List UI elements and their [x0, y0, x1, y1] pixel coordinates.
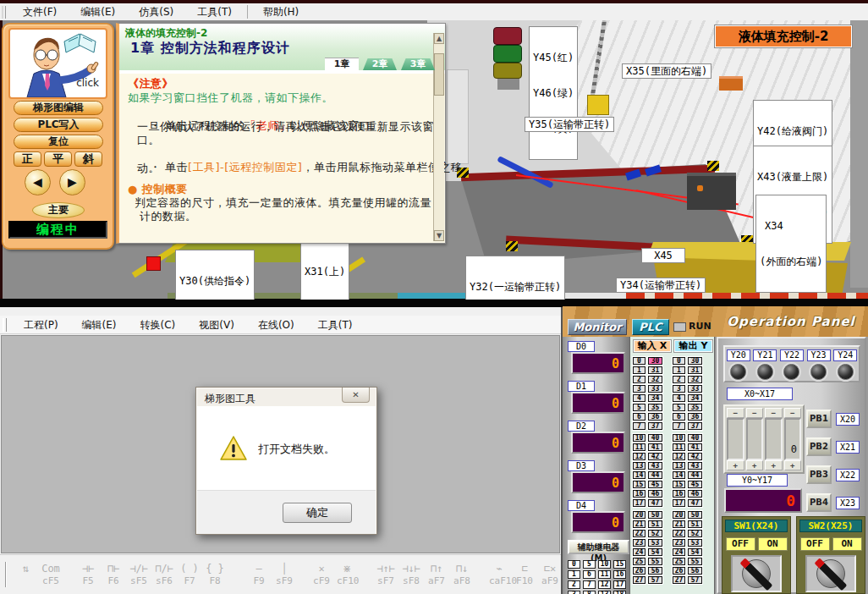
m-relay-cell[interactable]: 7 — [583, 580, 596, 589]
scroll-down-icon[interactable]: ▼ — [434, 230, 444, 241]
m-relay-cell[interactable]: 5 — [583, 560, 596, 569]
ladder-edit-button[interactable]: 梯形图编辑 — [14, 101, 103, 115]
ladder-menu-item[interactable]: 工具(T) — [306, 316, 365, 333]
next-button[interactable]: ▶ — [59, 169, 85, 195]
dsw-plus-button[interactable]: + — [746, 460, 764, 470]
ladder-tool-button[interactable]: ✕cF9 — [311, 563, 332, 586]
ladder-menubar-grip[interactable] — [3, 318, 7, 332]
ladder-tool-button[interactable]: ⌁caF10 — [489, 563, 509, 586]
push-button[interactable]: PB4 — [806, 493, 832, 512]
tab-chapter2[interactable]: 2章 — [363, 58, 397, 70]
output-column-header: 输出 Y — [674, 340, 712, 352]
menubar-item[interactable]: 仿真(S) — [127, 3, 185, 20]
push-button[interactable]: PB3 — [806, 465, 832, 484]
reset-button[interactable]: 复位 — [14, 135, 103, 149]
menubar-item[interactable]: 帮助(H) — [251, 3, 310, 20]
ladder-tool-button[interactable]: ⊣↑⊢sF7 — [376, 563, 396, 586]
menubar-item[interactable]: 编辑(E) — [69, 3, 127, 20]
push-button[interactable]: PB2 — [806, 437, 832, 456]
ladder-tool-button[interactable]: ⊣⊢F5 — [78, 563, 98, 586]
m-relay-cell[interactable]: 15 — [613, 560, 626, 569]
toolbar-grip[interactable] — [5, 562, 7, 587]
ladder-tool-button[interactable]: ( )F7 — [179, 563, 200, 586]
lesson-window: 液体的填充控制-2 1章 控制方法和程序设计 1章 2章 3章 《注意》 如果学… — [116, 23, 446, 244]
m-relay-cell[interactable]: 12 — [598, 580, 611, 589]
dsw-minus-button[interactable]: − — [784, 408, 802, 418]
rotary-switch[interactable] — [731, 555, 782, 592]
m-relay-cell[interactable]: 6 — [583, 570, 596, 579]
dsw-minus-button[interactable]: − — [746, 408, 764, 418]
dsw-plus-button[interactable]: + — [727, 460, 744, 470]
input-cell: 0 — [633, 357, 646, 365]
output-range-label: Y0~Y17 — [727, 474, 788, 487]
ladder-tool-button[interactable]: ⊣/⊢sF5 — [129, 563, 149, 586]
ladder-tool-button[interactable]: { }F8 — [205, 563, 225, 586]
ladder-tool-button[interactable]: ⋇cF10 — [337, 563, 357, 586]
dsw-minus-button[interactable]: − — [727, 408, 744, 418]
tool-key-label: cF10 — [337, 575, 357, 586]
output-cell: 42 — [688, 453, 702, 460]
m-relay-cell[interactable]: 10 — [598, 560, 611, 569]
ladder-tool-button[interactable]: │sF9 — [274, 563, 294, 586]
prev-button[interactable]: ◀ — [25, 169, 51, 195]
ladder-tool-button[interactable]: ⊓⊢F6 — [103, 563, 124, 586]
dialog-close-button[interactable]: ✕ — [342, 388, 370, 403]
ladder-tool-button[interactable]: ComcF5 — [41, 563, 61, 586]
menubar-item[interactable]: 文件(F) — [11, 3, 69, 20]
ladder-tool-button[interactable]: ⇅ — [15, 563, 36, 586]
ladder-menu-item[interactable]: 在线(O) — [246, 316, 306, 333]
m-relay-cell[interactable]: 1 — [568, 570, 580, 579]
ok-button[interactable]: 确定 — [283, 503, 352, 523]
ladder-tool-button[interactable]: ⊓↑aF7 — [426, 563, 447, 586]
m-relay-cell[interactable]: 13 — [598, 591, 611, 594]
tab-chapter3[interactable]: 3章 — [401, 58, 435, 70]
stack-light-green — [493, 45, 522, 63]
main-button[interactable]: 主要 — [32, 202, 85, 218]
scrollbar-thumb[interactable] — [434, 53, 444, 96]
dsw-plus-button[interactable]: + — [784, 460, 802, 470]
ladder-tool-button[interactable]: ⊓↓aF8 — [452, 563, 472, 586]
m-relay-cell[interactable]: 2 — [568, 580, 580, 589]
tab-chapter1[interactable]: 1章 — [325, 58, 359, 70]
view-oblique-button[interactable]: 斜 — [74, 151, 102, 167]
ladder-symbol-icon: Com — [41, 563, 61, 575]
rotary-switch[interactable] — [805, 555, 856, 592]
ladder-menu-item[interactable]: 编辑(E) — [70, 316, 129, 333]
ladder-menu-item[interactable]: 视图(V) — [187, 316, 246, 333]
m-relay-cell[interactable]: 17 — [613, 580, 626, 589]
ladder-tool-button[interactable]: ⊏✕aF9 — [540, 563, 560, 586]
plc-write-button[interactable]: PLC写入 — [14, 118, 103, 132]
lamp-indicator — [810, 364, 827, 380]
dsw-minus-button[interactable]: − — [765, 408, 783, 418]
teacher-image[interactable]: click — [8, 28, 107, 99]
ladder-tool-button[interactable]: —F9 — [249, 563, 269, 586]
chapter-tabs: 1章 2章 3章 — [325, 58, 435, 70]
ladder-tool-button[interactable]: ⊓/⊢sF6 — [154, 563, 174, 586]
scroll-up-icon[interactable]: ▲ — [434, 33, 444, 44]
lamp-label: Y23 — [807, 349, 831, 361]
dsw-plus-button[interactable]: + — [765, 460, 783, 470]
output-cell: 25 — [673, 558, 685, 565]
view-flat-button[interactable]: 平 — [44, 151, 72, 167]
m-relay-cell[interactable]: 18 — [613, 591, 626, 594]
plc-header: PLC — [632, 319, 669, 335]
dsw-range-label: X0~X17 — [727, 388, 793, 400]
push-button[interactable]: PB1 — [806, 410, 832, 428]
menubar-item[interactable]: 工具(T) — [185, 3, 244, 20]
m-relay-cell[interactable]: 0 — [568, 560, 580, 569]
label-line: X34 — [760, 220, 822, 232]
switch-name: SW1(X24) — [725, 520, 788, 532]
view-front-button[interactable]: 正 — [14, 151, 41, 167]
ladder-tool-button[interactable]: ⊣↓⊢sF8 — [401, 563, 421, 586]
m-relay-cell[interactable]: 16 — [613, 570, 626, 579]
m-relay-cell[interactable]: 8 — [583, 591, 596, 594]
ladder-menu-item[interactable]: 工程(P) — [12, 316, 70, 333]
m-relay-cell[interactable]: 3 — [568, 591, 580, 594]
menubar-grip[interactable] — [2, 6, 6, 19]
ladder-tool-button[interactable]: ⊏F10 — [514, 563, 535, 586]
tool-key-label: F7 — [179, 575, 200, 586]
m-relay-cell[interactable]: 11 — [598, 570, 611, 579]
ladder-menu-item[interactable]: 转换(C) — [129, 316, 188, 333]
aux-relay-button[interactable]: 辅助继电器(M) — [568, 540, 629, 554]
input-cell: 23 — [633, 539, 646, 547]
